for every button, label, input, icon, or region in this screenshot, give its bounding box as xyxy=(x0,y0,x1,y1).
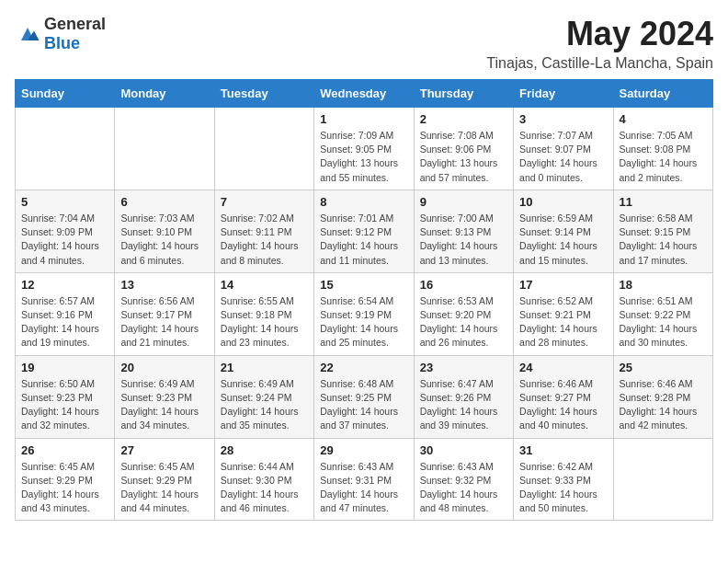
header-cell-tuesday: Tuesday xyxy=(214,80,313,108)
day-cell: 8Sunrise: 7:01 AM Sunset: 9:12 PM Daylig… xyxy=(314,190,414,272)
day-number: 15 xyxy=(320,278,407,292)
day-info: Sunrise: 7:09 AM Sunset: 9:05 PM Dayligh… xyxy=(320,129,407,185)
day-cell: 19Sunrise: 6:50 AM Sunset: 9:23 PM Dayli… xyxy=(16,355,115,438)
day-number: 18 xyxy=(620,278,707,292)
day-cell: 21Sunrise: 6:49 AM Sunset: 9:24 PM Dayli… xyxy=(214,355,313,438)
day-number: 7 xyxy=(221,195,308,209)
day-number: 14 xyxy=(221,278,308,292)
logo-blue-text: Blue xyxy=(44,34,80,52)
day-info: Sunrise: 6:58 AM Sunset: 9:15 PM Dayligh… xyxy=(620,212,707,268)
day-info: Sunrise: 7:02 AM Sunset: 9:11 PM Dayligh… xyxy=(221,212,308,268)
day-info: Sunrise: 6:53 AM Sunset: 9:20 PM Dayligh… xyxy=(420,294,507,350)
day-cell: 12Sunrise: 6:57 AM Sunset: 9:16 PM Dayli… xyxy=(16,272,115,355)
day-cell: 1Sunrise: 7:09 AM Sunset: 9:05 PM Daylig… xyxy=(314,108,414,190)
subtitle: Tinajas, Castille-La Mancha, Spain xyxy=(486,55,713,72)
title-area: May 2024 Tinajas, Castille-La Mancha, Sp… xyxy=(486,15,713,72)
header-cell-friday: Friday xyxy=(514,80,613,108)
day-cell: 20Sunrise: 6:49 AM Sunset: 9:23 PM Dayli… xyxy=(115,355,214,438)
day-info: Sunrise: 6:55 AM Sunset: 9:18 PM Dayligh… xyxy=(221,294,308,350)
day-number: 30 xyxy=(420,443,507,457)
day-cell: 17Sunrise: 6:52 AM Sunset: 9:21 PM Dayli… xyxy=(514,272,613,355)
week-row-5: 26Sunrise: 6:45 AM Sunset: 9:29 PM Dayli… xyxy=(16,438,713,521)
day-number: 9 xyxy=(420,195,507,209)
day-cell: 29Sunrise: 6:43 AM Sunset: 9:31 PM Dayli… xyxy=(314,438,414,521)
week-row-3: 12Sunrise: 6:57 AM Sunset: 9:16 PM Dayli… xyxy=(16,272,713,355)
day-number: 17 xyxy=(519,278,607,292)
calendar-header-row: SundayMondayTuesdayWednesdayThursdayFrid… xyxy=(16,80,713,108)
day-cell: 6Sunrise: 7:03 AM Sunset: 9:10 PM Daylig… xyxy=(115,190,214,272)
day-cell: 18Sunrise: 6:51 AM Sunset: 9:22 PM Dayli… xyxy=(613,272,712,355)
day-cell: 16Sunrise: 6:53 AM Sunset: 9:20 PM Dayli… xyxy=(414,272,513,355)
header-cell-wednesday: Wednesday xyxy=(314,80,414,108)
day-cell: 23Sunrise: 6:47 AM Sunset: 9:26 PM Dayli… xyxy=(414,355,513,438)
day-info: Sunrise: 7:08 AM Sunset: 9:06 PM Dayligh… xyxy=(420,129,507,185)
day-number: 13 xyxy=(120,278,208,292)
day-number: 22 xyxy=(320,361,407,374)
day-cell xyxy=(613,438,712,521)
header-cell-thursday: Thursday xyxy=(414,80,513,108)
day-info: Sunrise: 6:54 AM Sunset: 9:19 PM Dayligh… xyxy=(320,294,407,350)
day-cell xyxy=(214,108,313,190)
day-number: 12 xyxy=(21,278,108,292)
header-cell-sunday: Sunday xyxy=(16,80,115,108)
day-cell: 24Sunrise: 6:46 AM Sunset: 9:27 PM Dayli… xyxy=(514,355,613,438)
day-number: 25 xyxy=(620,361,707,374)
day-cell: 31Sunrise: 6:42 AM Sunset: 9:33 PM Dayli… xyxy=(514,438,613,521)
day-number: 29 xyxy=(320,443,407,457)
day-cell: 26Sunrise: 6:45 AM Sunset: 9:29 PM Dayli… xyxy=(16,438,115,521)
day-info: Sunrise: 6:43 AM Sunset: 9:32 PM Dayligh… xyxy=(420,460,507,516)
day-info: Sunrise: 6:45 AM Sunset: 9:29 PM Dayligh… xyxy=(21,460,108,516)
day-info: Sunrise: 6:49 AM Sunset: 9:24 PM Dayligh… xyxy=(221,377,308,433)
day-info: Sunrise: 6:52 AM Sunset: 9:21 PM Dayligh… xyxy=(519,294,607,350)
day-info: Sunrise: 6:44 AM Sunset: 9:30 PM Dayligh… xyxy=(221,460,308,516)
day-cell: 22Sunrise: 6:48 AM Sunset: 9:25 PM Dayli… xyxy=(314,355,414,438)
day-cell: 3Sunrise: 7:07 AM Sunset: 9:07 PM Daylig… xyxy=(514,108,613,190)
day-number: 20 xyxy=(120,361,208,374)
day-info: Sunrise: 6:49 AM Sunset: 9:23 PM Dayligh… xyxy=(120,377,208,433)
calendar-body: 1Sunrise: 7:09 AM Sunset: 9:05 PM Daylig… xyxy=(16,108,713,521)
day-info: Sunrise: 6:47 AM Sunset: 9:26 PM Dayligh… xyxy=(420,377,507,433)
day-info: Sunrise: 6:45 AM Sunset: 9:29 PM Dayligh… xyxy=(120,460,208,516)
day-cell: 11Sunrise: 6:58 AM Sunset: 9:15 PM Dayli… xyxy=(613,190,712,272)
day-cell xyxy=(115,108,214,190)
day-number: 21 xyxy=(221,361,308,374)
week-row-1: 1Sunrise: 7:09 AM Sunset: 9:05 PM Daylig… xyxy=(16,108,713,190)
day-cell: 9Sunrise: 7:00 AM Sunset: 9:13 PM Daylig… xyxy=(414,190,513,272)
day-cell: 25Sunrise: 6:46 AM Sunset: 9:28 PM Dayli… xyxy=(613,355,712,438)
day-info: Sunrise: 7:01 AM Sunset: 9:12 PM Dayligh… xyxy=(320,212,407,268)
day-cell: 10Sunrise: 6:59 AM Sunset: 9:14 PM Dayli… xyxy=(514,190,613,272)
day-number: 31 xyxy=(519,443,607,457)
day-info: Sunrise: 6:56 AM Sunset: 9:17 PM Dayligh… xyxy=(120,294,208,350)
day-number: 27 xyxy=(120,443,208,457)
day-number: 8 xyxy=(320,195,407,209)
week-row-4: 19Sunrise: 6:50 AM Sunset: 9:23 PM Dayli… xyxy=(16,355,713,438)
day-info: Sunrise: 6:48 AM Sunset: 9:25 PM Dayligh… xyxy=(320,377,407,433)
header-cell-monday: Monday xyxy=(115,80,214,108)
day-number: 11 xyxy=(620,195,707,209)
day-number: 2 xyxy=(420,112,507,126)
day-number: 26 xyxy=(21,443,108,457)
day-number: 4 xyxy=(620,112,707,126)
day-info: Sunrise: 6:51 AM Sunset: 9:22 PM Dayligh… xyxy=(620,294,707,350)
day-info: Sunrise: 7:05 AM Sunset: 9:08 PM Dayligh… xyxy=(620,129,707,185)
header-cell-saturday: Saturday xyxy=(613,80,712,108)
day-number: 10 xyxy=(519,195,607,209)
day-cell: 15Sunrise: 6:54 AM Sunset: 9:19 PM Dayli… xyxy=(314,272,414,355)
day-number: 19 xyxy=(21,361,108,374)
day-cell: 28Sunrise: 6:44 AM Sunset: 9:30 PM Dayli… xyxy=(214,438,313,521)
calendar-table: SundayMondayTuesdayWednesdayThursdayFrid… xyxy=(15,79,713,521)
day-info: Sunrise: 7:03 AM Sunset: 9:10 PM Dayligh… xyxy=(120,212,208,268)
day-number: 23 xyxy=(420,361,507,374)
day-info: Sunrise: 7:04 AM Sunset: 9:09 PM Dayligh… xyxy=(21,212,108,268)
day-number: 28 xyxy=(221,443,308,457)
day-cell: 14Sunrise: 6:55 AM Sunset: 9:18 PM Dayli… xyxy=(214,272,313,355)
day-cell: 5Sunrise: 7:04 AM Sunset: 9:09 PM Daylig… xyxy=(16,190,115,272)
day-info: Sunrise: 6:43 AM Sunset: 9:31 PM Dayligh… xyxy=(320,460,407,516)
day-info: Sunrise: 6:50 AM Sunset: 9:23 PM Dayligh… xyxy=(21,377,108,433)
day-cell: 30Sunrise: 6:43 AM Sunset: 9:32 PM Dayli… xyxy=(414,438,513,521)
day-info: Sunrise: 6:46 AM Sunset: 9:28 PM Dayligh… xyxy=(620,377,707,433)
day-info: Sunrise: 6:57 AM Sunset: 9:16 PM Dayligh… xyxy=(21,294,108,350)
day-info: Sunrise: 6:59 AM Sunset: 9:14 PM Dayligh… xyxy=(519,212,607,268)
day-info: Sunrise: 7:07 AM Sunset: 9:07 PM Dayligh… xyxy=(519,129,607,185)
day-cell xyxy=(16,108,115,190)
